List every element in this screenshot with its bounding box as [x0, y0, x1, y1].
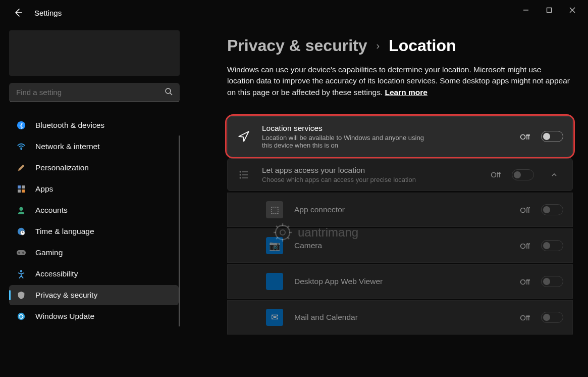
sidebar-item-label: Windows Update — [35, 312, 94, 321]
app-icon: ✉ — [266, 309, 283, 326]
sidebar-item-label: Accounts — [35, 206, 68, 215]
nav-list: Bluetooth & devices Network & internet P… — [9, 115, 180, 326]
chevron-up-icon[interactable] — [545, 171, 563, 178]
nav-scrollbar[interactable] — [179, 135, 180, 326]
list-icon — [237, 169, 251, 180]
app-name-label: Mail and Calendar — [294, 313, 509, 322]
app-icon: ⬚ — [266, 201, 283, 218]
toggle-state-label: Off — [520, 242, 530, 250]
svg-point-26 — [240, 177, 241, 178]
apps-icon — [16, 184, 26, 194]
app-name-label: Camera — [294, 241, 509, 250]
svg-rect-1 — [547, 8, 552, 13]
card-title: Location services — [262, 124, 509, 133]
svg-point-12 — [19, 207, 23, 211]
app-row[interactable]: ⬚ App connector Off — [227, 193, 573, 227]
sidebar-item-label: Apps — [35, 184, 53, 194]
app-toggle — [541, 312, 563, 323]
svg-point-19 — [22, 252, 24, 254]
minimize-button[interactable] — [514, 2, 538, 18]
sidebar: Bluetooth & devices Network & internet P… — [0, 21, 187, 377]
sidebar-item-update[interactable]: Windows Update — [9, 306, 179, 326]
back-button[interactable] — [12, 7, 24, 19]
app-icon — [266, 273, 283, 290]
sidebar-item-privacy[interactable]: Privacy & security — [9, 285, 179, 305]
sidebar-item-label: Bluetooth & devices — [35, 121, 104, 130]
profile-card[interactable] — [9, 30, 180, 76]
sidebar-item-network[interactable]: Network & internet — [9, 136, 179, 157]
toggle-state-label: Off — [491, 170, 501, 179]
breadcrumb-current: Location — [389, 36, 456, 55]
globe-clock-icon — [16, 226, 26, 237]
svg-point-22 — [240, 171, 241, 172]
sidebar-item-label: Accessibility — [35, 269, 78, 278]
svg-point-24 — [240, 174, 241, 175]
breadcrumb-parent[interactable]: Privacy & security — [227, 36, 367, 55]
shield-icon — [16, 290, 26, 300]
sidebar-item-accessibility[interactable]: Accessibility — [9, 264, 179, 284]
update-icon — [16, 311, 26, 321]
svg-rect-10 — [18, 190, 21, 193]
person-icon — [16, 205, 26, 215]
toggle-state-label: Off — [520, 132, 530, 141]
app-row[interactable]: ✉ Mail and Calendar Off — [227, 300, 573, 335]
card-subtitle: Choose which apps can access your precis… — [262, 176, 434, 183]
toggle-state-label: Off — [520, 313, 530, 322]
svg-rect-9 — [22, 185, 25, 188]
breadcrumb: Privacy & security › Location — [227, 36, 573, 55]
sidebar-item-label: Network & internet — [35, 142, 100, 151]
app-toggle — [541, 204, 563, 215]
sidebar-item-label: Privacy & security — [35, 291, 97, 300]
bluetooth-icon — [16, 120, 26, 130]
sidebar-item-label: Time & language — [35, 227, 94, 236]
sidebar-item-bluetooth[interactable]: Bluetooth & devices — [9, 115, 179, 135]
svg-point-7 — [21, 149, 22, 150]
app-row[interactable]: Desktop App Web Viewer Off — [227, 264, 573, 299]
close-button[interactable] — [561, 2, 584, 18]
accessibility-icon — [16, 269, 26, 279]
search-icon — [165, 87, 173, 97]
gaming-icon — [16, 248, 26, 258]
app-toggle — [541, 240, 563, 251]
svg-rect-8 — [18, 185, 21, 188]
learn-more-link[interactable]: Learn more — [385, 88, 427, 97]
app-icon: 📷 — [266, 237, 283, 254]
svg-rect-17 — [17, 250, 26, 255]
chevron-right-icon: › — [377, 40, 380, 52]
svg-point-18 — [18, 252, 20, 254]
sidebar-item-gaming[interactable]: Gaming — [9, 243, 179, 263]
apps-access-toggle — [512, 169, 534, 180]
page-description: Windows can use your device's capabiliti… — [227, 64, 570, 98]
svg-point-20 — [20, 270, 23, 272]
app-title: Settings — [34, 9, 62, 17]
app-row[interactable]: 📷 Camera Off — [227, 228, 573, 263]
search-box[interactable] — [9, 83, 180, 102]
wifi-icon — [16, 142, 26, 152]
toggle-state-label: Off — [520, 206, 530, 214]
sidebar-item-label: Gaming — [35, 248, 63, 257]
sidebar-item-accounts[interactable]: Accounts — [9, 200, 179, 220]
app-toggle — [541, 276, 563, 287]
card-title: Let apps access your location — [262, 166, 479, 175]
app-name-label: Desktop App Web Viewer — [294, 277, 509, 286]
apps-access-card[interactable]: Let apps access your location Choose whi… — [227, 158, 573, 191]
sidebar-item-apps[interactable]: Apps — [9, 179, 179, 199]
svg-line-5 — [170, 93, 172, 95]
toggle-state-label: Off — [520, 277, 530, 286]
sidebar-item-label: Personalization — [35, 163, 89, 172]
main-content: Privacy & security › Location Windows ca… — [187, 21, 588, 377]
svg-point-4 — [166, 88, 171, 93]
svg-rect-11 — [22, 190, 25, 193]
sidebar-item-personalization[interactable]: Personalization — [9, 158, 179, 178]
location-services-card[interactable]: Location services Location will be avail… — [227, 116, 573, 157]
svg-point-21 — [18, 313, 25, 320]
card-subtitle: Location will be available to Windows an… — [262, 134, 434, 149]
sidebar-item-time[interactable]: Time & language — [9, 221, 179, 242]
app-name-label: App connector — [294, 205, 509, 214]
maximize-button[interactable] — [538, 2, 561, 18]
location-services-toggle[interactable] — [541, 131, 563, 142]
search-input[interactable] — [16, 88, 165, 97]
paintbrush-icon — [16, 163, 26, 173]
location-arrow-icon — [237, 130, 251, 143]
